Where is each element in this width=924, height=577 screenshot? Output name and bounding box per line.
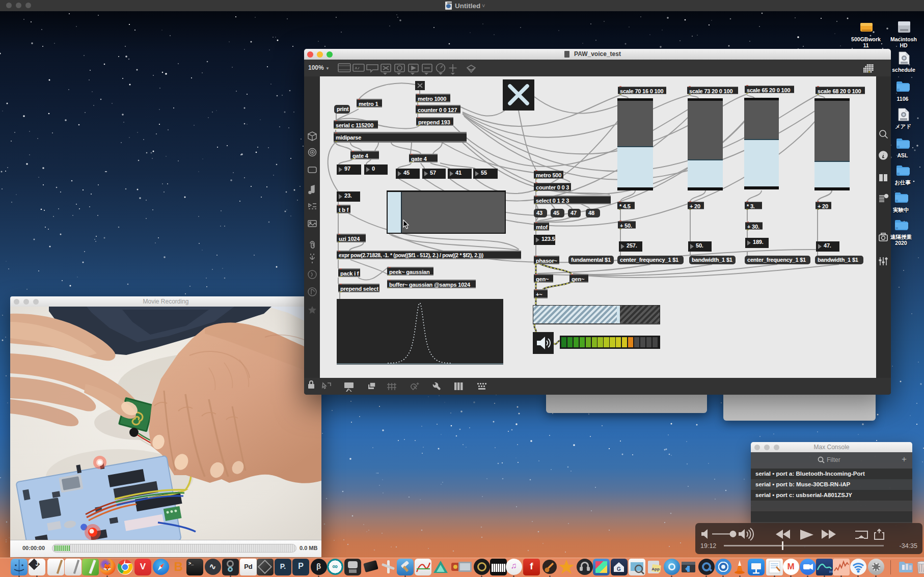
- svg-text:intel: intel: [829, 570, 833, 573]
- svg-text:G: G: [617, 566, 621, 572]
- svg-text:-34:35: -34:35: [900, 542, 917, 549]
- svg-text:19:12: 19:12: [700, 542, 716, 549]
- svg-text:App: App: [651, 567, 660, 571]
